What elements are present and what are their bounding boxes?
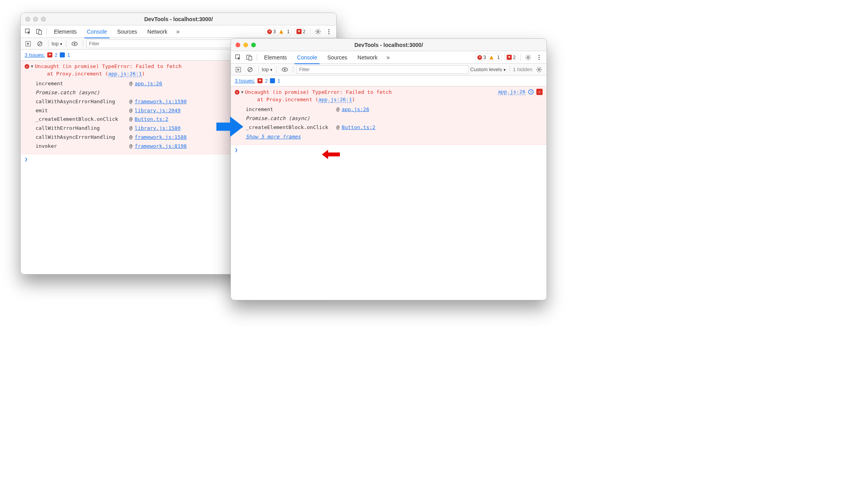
console-subbar: top▼ Custom levels▼ 1 hidden [231, 64, 547, 75]
warning-count: 1 [287, 29, 290, 34]
msg-icon [60, 52, 65, 57]
svg-point-5 [329, 31, 330, 32]
hidden-count[interactable]: 1 hidden [513, 66, 532, 72]
tab-sources[interactable]: Sources [113, 25, 142, 38]
error-icon: ✕ [235, 90, 239, 95]
window-title: DevTools - localhost:3000/ [231, 42, 547, 48]
source-link[interactable]: app.js:26 [498, 89, 525, 95]
svg-point-24 [538, 68, 540, 70]
device-toolbar-icon[interactable] [244, 53, 254, 62]
flag-icon: ⚑ [47, 52, 52, 57]
dismiss-icon[interactable]: ✕ [536, 89, 543, 95]
svg-point-15 [527, 56, 529, 58]
tab-network[interactable]: Network [353, 51, 382, 64]
separator [310, 28, 311, 35]
tabs-bar: Elements Console Sources Network » ✕3 1 … [231, 51, 547, 64]
tab-console[interactable]: Console [292, 51, 321, 64]
warning-count: 1 [497, 55, 500, 60]
big-arrow-icon [215, 111, 245, 143]
issues-count: 2 [513, 55, 516, 60]
tab-sources[interactable]: Sources [323, 51, 352, 64]
separator [48, 40, 48, 47]
play-icon[interactable] [233, 65, 243, 74]
flag-icon: ⚑ [257, 78, 263, 83]
separator [83, 40, 83, 47]
stack-frame: _createElementBlock.onClick@Button.ts:2 [246, 123, 543, 132]
device-toolbar-icon[interactable] [34, 27, 44, 36]
tab-network[interactable]: Network [143, 25, 172, 38]
svg-rect-2 [39, 30, 42, 34]
console-prompt[interactable]: ❯ [231, 145, 547, 155]
source-link[interactable]: Button.ts:2 [135, 115, 168, 124]
filter-input[interactable] [296, 65, 469, 74]
issues-count-chip[interactable]: ⚑2 [294, 28, 308, 35]
error-icon: ✕ [25, 64, 29, 69]
msg-icon [270, 78, 275, 83]
source-link[interactable]: app.js:26 [135, 79, 162, 88]
error-aside: app.js:26 ✕ [498, 89, 543, 95]
tab-elements[interactable]: Elements [259, 51, 291, 64]
tabs-bar: Elements Console Sources Network » ✕3 1 … [21, 25, 336, 38]
error-location-link[interactable]: app.js:26:1 [108, 71, 142, 77]
msg-count: 1 [277, 78, 280, 84]
svg-point-6 [329, 33, 330, 34]
issues-link[interactable]: 3 Issues: [235, 78, 255, 84]
issues-count-chip[interactable]: ⚑2 [504, 54, 518, 61]
live-expression-icon[interactable] [280, 65, 290, 74]
more-tabs-icon[interactable]: » [173, 27, 183, 36]
clear-console-icon[interactable] [245, 65, 255, 74]
issues-link[interactable]: 3 Issues: [25, 52, 45, 58]
svg-line-21 [248, 68, 252, 71]
separator [509, 66, 510, 73]
error-entry: app.js:26 ✕ ✕ ▼ Uncaught (in promise) Ty… [231, 86, 547, 145]
tab-console[interactable]: Console [82, 25, 111, 38]
kebab-icon[interactable] [534, 53, 544, 62]
console-body: app.js:26 ✕ ✕ ▼ Uncaught (in promise) Ty… [231, 86, 547, 300]
separator [520, 54, 521, 61]
play-icon[interactable] [23, 39, 33, 48]
issues-bar: 3 Issues: ⚑2 1 [231, 75, 547, 86]
source-link[interactable]: Button.ts:2 [342, 123, 375, 132]
async-boundary: Promise.catch (async) [246, 114, 543, 123]
inspect-element-icon[interactable] [233, 53, 243, 62]
tab-elements[interactable]: Elements [49, 25, 81, 38]
error-count-chip[interactable]: ✕3 1 [265, 28, 292, 35]
source-link[interactable]: app.js:26 [342, 105, 369, 114]
msg-count: 1 [67, 52, 70, 58]
levels-selector[interactable]: Custom levels▼ [470, 66, 507, 72]
separator [258, 66, 259, 73]
gear-icon[interactable] [534, 65, 544, 74]
more-tabs-icon[interactable]: » [383, 53, 393, 62]
gear-icon[interactable] [523, 53, 533, 62]
warning-icon [279, 30, 283, 34]
error-count: 3 [483, 55, 486, 60]
live-expression-icon[interactable] [70, 39, 80, 48]
separator [293, 66, 293, 73]
kebab-icon[interactable] [324, 27, 334, 36]
devtools-window-right: DevTools - localhost:3000/ Elements Cons… [230, 38, 547, 300]
svg-point-11 [74, 43, 75, 45]
restart-frame-icon[interactable] [528, 89, 534, 95]
clear-console-icon[interactable] [35, 39, 45, 48]
source-link[interactable]: library.js:2049 [135, 106, 180, 115]
warning-icon [489, 56, 493, 59]
svg-rect-14 [249, 56, 252, 60]
error-count-chip[interactable]: ✕3 1 [475, 54, 502, 61]
source-link[interactable]: framework.js:1590 [135, 97, 187, 106]
stack-trace: increment@app.js:26 Promise.catch (async… [246, 105, 543, 141]
inspect-element-icon[interactable] [23, 27, 33, 36]
titlebar: DevTools - localhost:3000/ [231, 39, 547, 51]
issues-count: 2 [303, 29, 305, 34]
source-link[interactable]: library.js:1580 [135, 124, 180, 133]
context-selector[interactable]: top▼ [52, 41, 63, 47]
disclosure-triangle[interactable]: ▼ [241, 90, 243, 94]
stack-frame: increment@app.js:26 [246, 105, 543, 114]
source-link[interactable]: framework.js:8198 [135, 142, 187, 151]
gear-icon[interactable] [313, 27, 323, 36]
disclosure-triangle[interactable]: ▼ [31, 64, 33, 68]
show-more-frames-link[interactable]: Show 5 more frames [246, 132, 543, 141]
error-location-link[interactable]: app.js:26:1 [318, 97, 352, 103]
context-selector[interactable]: top▼ [262, 66, 273, 72]
svg-point-16 [539, 55, 540, 56]
source-link[interactable]: framework.js:1588 [135, 133, 187, 142]
